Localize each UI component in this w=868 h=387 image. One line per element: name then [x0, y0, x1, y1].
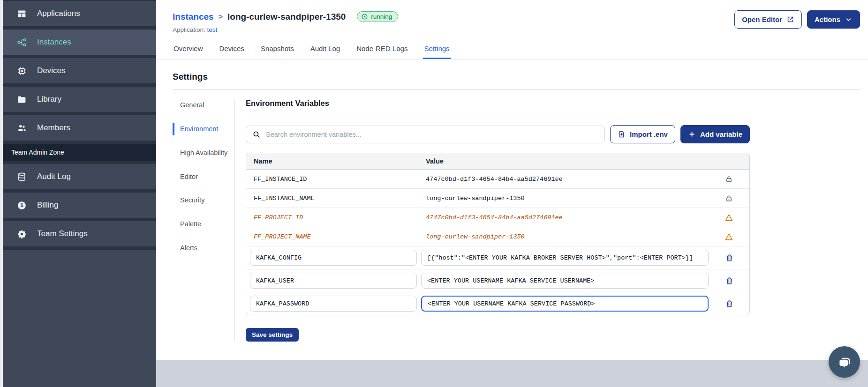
sidebar-item-label: Library [37, 95, 61, 104]
import-env-button[interactable]: Import .env [610, 125, 675, 143]
table-row: FF_PROJECT_ID 4747c0bd-d1f3-4654-84b4-aa… [246, 208, 749, 227]
sidebar-item-label: Team Settings [37, 229, 88, 238]
sidebar-item-devices[interactable]: Devices [3, 58, 156, 83]
sidebar-item-library[interactable]: Library [3, 87, 156, 112]
open-editor-button[interactable]: Open Editor [734, 10, 802, 29]
play-circle-icon [361, 13, 368, 20]
chat-button[interactable] [829, 346, 860, 378]
section-divider [246, 114, 750, 114]
settings-section: Settings General Environment High Availa… [156, 60, 868, 342]
table-header: Name Value [246, 153, 749, 170]
settings-title: Settings [173, 72, 860, 82]
sidebar-section-team-admin-zone: Team Admin Zone [3, 144, 156, 161]
save-settings-button[interactable]: Save settings [246, 328, 299, 342]
subnav-alerts[interactable]: Alerts [173, 242, 229, 254]
billing-icon: $ [17, 201, 27, 210]
env-value-input[interactable] [421, 250, 709, 266]
section-title: Environment Variables [246, 99, 750, 108]
tab-overview[interactable]: Overview [173, 41, 204, 59]
team-settings-icon [17, 229, 27, 239]
subnav-editor[interactable]: Editor [173, 171, 229, 183]
chevron-down-icon [845, 15, 853, 23]
svg-text:$: $ [20, 202, 23, 208]
search-box [246, 126, 605, 143]
env-name-input[interactable] [250, 250, 417, 266]
add-variable-button[interactable]: Add variable [680, 125, 750, 143]
env-name-input[interactable] [250, 296, 417, 312]
sidebar-item-label: Billing [37, 201, 58, 210]
sidebar: Applications Instances Devices Library M… [3, 0, 156, 387]
trash-icon [725, 253, 734, 262]
delete-variable-button[interactable] [725, 299, 734, 308]
env-value: long-curlew-sandpiper-1350 [426, 233, 708, 240]
table-row: FF_INSTANCE_NAME long-curlew-sandpiper-1… [246, 189, 749, 208]
env-value: long-curlew-sandpiper-1350 [426, 195, 708, 202]
actions-button[interactable]: Actions [807, 10, 860, 29]
app-window: Applications Instances Devices Library M… [0, 0, 868, 387]
sidebar-item-team-settings[interactable]: Team Settings [3, 221, 156, 246]
sidebar-item-audit-log[interactable]: Audit Log [3, 164, 156, 189]
subnav-security[interactable]: Security [173, 194, 229, 207]
sidebar-filler [3, 250, 156, 387]
delete-variable-button[interactable] [725, 253, 734, 262]
sidebar-item-label: Members [37, 123, 70, 133]
tab-snapshots[interactable]: Snapshots [260, 41, 295, 59]
breadcrumb-instances-link[interactable]: Instances [173, 12, 214, 22]
subnav-divider [234, 99, 234, 342]
page-header: Instances > long-curlew-sandpiper-1350 r… [156, 0, 868, 33]
subnav-high-availability[interactable]: High Availability [173, 147, 229, 159]
status-text: running [371, 13, 392, 20]
status-badge: running [357, 11, 398, 22]
sidebar-item-members[interactable]: Members [3, 115, 156, 141]
env-value-input-focused[interactable] [421, 296, 709, 312]
tab-devices[interactable]: Devices [219, 41, 245, 59]
library-icon [17, 95, 27, 104]
delete-variable-button[interactable] [725, 276, 734, 285]
devices-icon [17, 66, 27, 76]
search-input[interactable] [266, 131, 598, 138]
warning-icon [725, 232, 733, 241]
sidebar-item-label: Audit Log [37, 172, 71, 181]
env-toolbar: Import .env Add variable [246, 125, 750, 143]
table-row [246, 292, 749, 315]
lock-icon [725, 175, 733, 183]
tab-settings[interactable]: Settings [423, 41, 450, 59]
settings-divider [173, 89, 860, 89]
instance-tabs: Overview Devices Snapshots Audit Log Nod… [156, 41, 868, 60]
lock-icon [725, 194, 733, 202]
tab-node-red-logs[interactable]: Node-RED Logs [355, 41, 408, 59]
warning-icon [725, 213, 733, 222]
env-value-input[interactable] [421, 273, 709, 289]
env-variables-table: Name Value FF_INSTANCE_ID 4747c0bd-d1f3-… [246, 153, 750, 315]
sidebar-item-billing[interactable]: $ Billing [3, 193, 156, 218]
sidebar-item-label: Applications [37, 9, 80, 18]
column-header-value: Value [426, 157, 708, 165]
audit-log-icon [17, 172, 27, 182]
env-name: FF_PROJECT_NAME [246, 233, 426, 240]
env-name: FF_INSTANCE_ID [246, 176, 426, 183]
sidebar-item-instances[interactable]: Instances [3, 30, 156, 55]
sidebar-item-applications[interactable]: Applications [3, 1, 156, 26]
header-buttons: Open Editor Actions [734, 10, 860, 29]
applications-icon [17, 9, 27, 19]
subnav-general[interactable]: General [173, 99, 229, 112]
subnav-palette[interactable]: Palette [173, 218, 229, 231]
sidebar-item-label: Instances [37, 37, 71, 47]
main-content: Instances > long-curlew-sandpiper-1350 r… [156, 0, 868, 360]
footer-strip [156, 360, 868, 387]
instances-icon [17, 37, 27, 47]
subnav-environment[interactable]: Environment [173, 123, 229, 135]
trash-icon [725, 276, 734, 285]
env-name: FF_INSTANCE_NAME [246, 195, 426, 202]
env-value: 4747c0bd-d1f3-4654-84b4-aa5d274691ee [426, 214, 708, 221]
table-row: FF_INSTANCE_ID 4747c0bd-d1f3-4654-84b4-a… [246, 170, 749, 189]
tab-audit-log[interactable]: Audit Log [309, 41, 341, 59]
env-name-input[interactable] [250, 273, 417, 289]
breadcrumb-separator: > [219, 13, 223, 21]
trash-icon [725, 299, 734, 308]
env-name: FF_PROJECT_ID [246, 214, 426, 221]
search-icon [252, 130, 261, 139]
members-icon [17, 123, 27, 133]
application-link[interactable]: test [207, 26, 218, 33]
chat-bubbles-icon [837, 354, 853, 370]
